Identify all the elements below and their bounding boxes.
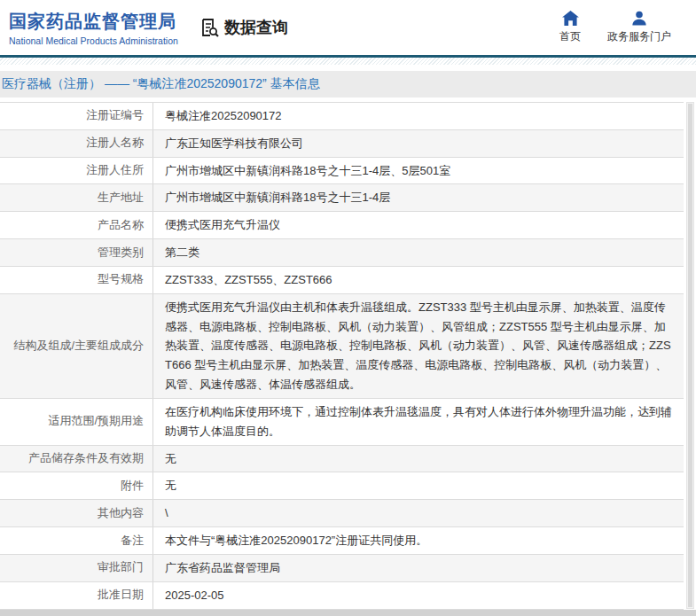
- nav-item-home[interactable]: 首页: [559, 11, 581, 44]
- row-value: ZZST333、ZZST555、ZZST666: [153, 267, 684, 293]
- row-label: 产品名称: [0, 212, 153, 238]
- row-label: 型号规格: [0, 267, 153, 293]
- table-row: 管理类别 第二类: [0, 239, 684, 267]
- nav-home-label: 首页: [559, 29, 581, 44]
- row-value: 广东正知医学科技有限公司: [153, 130, 684, 157]
- table-row: 审批部门 广东省药品监督管理局: [0, 555, 684, 582]
- stripe-band: [0, 58, 696, 65]
- table-row: 注册人住所 广州市增城区中新镇润科路18号之十三1-4层、5层501室: [0, 158, 684, 185]
- logo-title-en: National Medical Products Administration: [9, 35, 179, 46]
- data-query-label: 数据查询: [224, 17, 288, 38]
- logo-title-cn: 国家药品监督管理局: [9, 10, 179, 34]
- site-header: 国家药品监督管理局 National Medical Products Admi…: [0, 0, 696, 55]
- row-value: 粤械注准20252090172: [153, 103, 684, 129]
- row-value: 便携式医用充气升温仪: [153, 212, 684, 238]
- row-value: 本文件与“粤械注准20252090172”注册证共同使用。: [153, 527, 684, 554]
- table-row: 产品名称 便携式医用充气升温仪: [0, 212, 684, 239]
- row-value: 广州市增城区中新镇润科路18号之十三1-4层、5层501室: [153, 158, 684, 184]
- row-value: 无: [153, 446, 684, 472]
- row-label: 生产地址: [0, 184, 153, 211]
- header-nav: 首页 政务服务门户: [559, 11, 671, 44]
- table-row: 型号规格 ZZST333、ZZST555、ZZST666: [0, 267, 684, 294]
- row-label: 产品储存条件及有效期: [0, 446, 153, 472]
- vertical-scrollbar-thumb[interactable]: [688, 104, 692, 607]
- table-row: 注册证编号 粤械注准20252090172: [0, 103, 684, 130]
- table-row: 批准日期 2025-02-05: [0, 582, 684, 610]
- table-row: 注册人名称 广东正知医学科技有限公司: [0, 130, 684, 158]
- row-label: 注册人住所: [0, 158, 153, 184]
- table-row: 其他内容 \: [0, 500, 684, 527]
- table-row: 生产地址 广州市增城区中新镇润科路18号之十三1-4层: [0, 184, 684, 212]
- horizontal-scrollbar[interactable]: [0, 610, 696, 616]
- row-label: 其他内容: [0, 500, 153, 526]
- home-icon: [562, 11, 579, 26]
- nav-item-portal[interactable]: 政务服务门户: [607, 11, 671, 44]
- row-label: 注册证编号: [0, 103, 153, 129]
- nmpa-logo[interactable]: 国家药品监督管理局 National Medical Products Admi…: [9, 10, 179, 46]
- row-value: 2025-02-05: [153, 582, 684, 609]
- row-value: 广州市增城区中新镇润科路18号之十三1-4层: [153, 184, 684, 211]
- row-label: 结构及组成/主要组成成分: [0, 294, 153, 398]
- table-row: 附件 无: [0, 472, 684, 500]
- row-label: 管理类别: [0, 239, 153, 266]
- nav-portal-label: 政务服务门户: [607, 29, 671, 44]
- row-value: 广东省药品监督管理局: [153, 555, 684, 581]
- vertical-scrollbar[interactable]: [686, 102, 694, 609]
- data-query-section[interactable]: 数据查询: [199, 17, 288, 38]
- row-label: 附件: [0, 472, 153, 499]
- document-search-icon: [199, 17, 220, 38]
- row-value: 在医疗机构临床使用环境下，通过控制体表升温毯温度，具有对人体进行体外物理升温功能…: [153, 399, 684, 445]
- table-row: 备注 本文件与“粤械注准20252090172”注册证共同使用。: [0, 527, 684, 555]
- row-value: \: [153, 500, 684, 526]
- user-icon: [631, 11, 647, 26]
- row-value: 无: [153, 472, 684, 499]
- row-label: 审批部门: [0, 555, 153, 581]
- spacer: [0, 65, 696, 71]
- page-title: 医疗器械（注册） —— “粤械注准20252090172” 基本信息: [2, 76, 320, 92]
- row-label: 批准日期: [0, 582, 153, 609]
- table-row: 结构及组成/主要组成成分 便携式医用充气升温仪由主机和体表升温毯组成。ZZST3…: [0, 294, 684, 399]
- table-row: 适用范围/预期用途 在医疗机构临床使用环境下，通过控制体表升温毯温度，具有对人体…: [0, 399, 684, 446]
- row-label: 备注: [0, 527, 153, 554]
- table-row: 产品储存条件及有效期 无: [0, 446, 684, 473]
- registration-info-table: 注册证编号 粤械注准20252090172 注册人名称 广东正知医学科技有限公司…: [0, 102, 684, 616]
- row-label: 注册人名称: [0, 130, 153, 157]
- row-label: 适用范围/预期用途: [0, 399, 153, 445]
- row-value: 第二类: [153, 239, 684, 266]
- page-title-bar: 医疗器械（注册） —— “粤械注准20252090172” 基本信息: [0, 71, 696, 97]
- row-value: 便携式医用充气升温仪由主机和体表升温毯组成。ZZST333 型号主机由显示屏、加…: [153, 294, 684, 398]
